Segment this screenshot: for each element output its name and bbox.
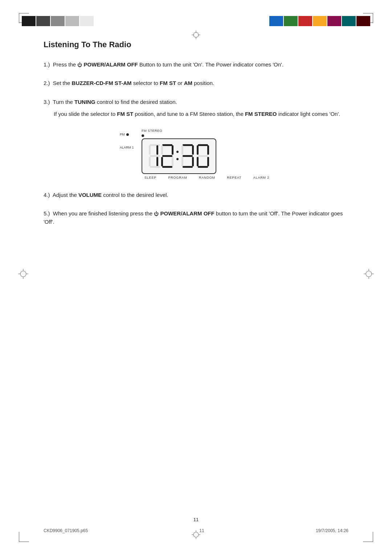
instruction-item-4: 4.) Adjust the VOLUME control to the des… — [44, 191, 348, 199]
pm-dot — [126, 133, 129, 136]
seg-display — [148, 143, 210, 169]
page-title: Listening To The Radio — [44, 40, 348, 49]
crosshair-top-center — [192, 31, 200, 39]
svg-point-5 — [20, 271, 26, 277]
color-blocks-left — [22, 16, 94, 26]
item-number-5: 5.) — [44, 210, 52, 216]
color-block-black2 — [36, 16, 50, 26]
instruction-item-2: 2.) Set the BUZZER-CD-FM ST-AM selector … — [44, 79, 348, 87]
instruction-item-1: 1.) Press the ⏻ POWER/ALARM OFF Button t… — [44, 60, 348, 69]
instruction-list: 1.) Press the ⏻ POWER/ALARM OFF Button t… — [44, 60, 348, 226]
digit-2 — [160, 143, 174, 169]
color-block-gray2 — [65, 16, 79, 26]
label-program: PROGRAM — [168, 175, 187, 181]
display-labels-left: PM ALARM 1 — [120, 132, 142, 150]
instruction-item-5: 5.) When you are finished listening pres… — [44, 209, 348, 226]
colon — [176, 151, 179, 162]
color-blocks-right — [269, 16, 370, 26]
item-number-1: 1.) — [44, 61, 52, 68]
digit-3 — [181, 143, 195, 169]
item-number-2: 2.) — [44, 80, 52, 86]
color-block-cyan — [342, 16, 356, 26]
label-sleep: SLEEP — [144, 175, 156, 181]
crosshair-left — [18, 269, 28, 279]
crosshair-right — [364, 269, 374, 279]
label-alarm2: ALARM 2 — [253, 175, 269, 181]
color-bar — [0, 15, 392, 28]
digit-1 — [148, 143, 159, 169]
pm-label: PM — [120, 132, 142, 137]
sub-note-3: If you slide the selector to FM ST posit… — [54, 110, 348, 118]
color-block-blue — [269, 16, 283, 26]
color-block-black1 — [22, 16, 36, 26]
main-content: Listening To The Radio 1.) Press the ⏻ P… — [44, 40, 348, 236]
fm-stereo-label: FM STEREO — [142, 129, 272, 134]
display-illustration: FM STEREO PM ALARM 1 — [120, 129, 272, 181]
footer: CKD9906_071905.p65 11 19/7/2005, 14:26 — [44, 528, 348, 533]
svg-point-0 — [193, 32, 199, 37]
color-block-green — [284, 16, 298, 26]
color-block-darkred — [356, 16, 370, 26]
color-block-yellow — [313, 16, 327, 26]
alarm1-label: ALARM 1 — [120, 145, 142, 150]
color-block-red — [298, 16, 312, 26]
label-random: RANDOM — [199, 175, 215, 181]
label-repeat: REPEAT — [227, 175, 241, 181]
footer-left: CKD9906_071905.p65 — [44, 528, 88, 533]
footer-center: 11 — [199, 528, 204, 533]
page-number: 11 — [193, 517, 199, 522]
fm-stereo-dot — [142, 134, 144, 137]
svg-point-10 — [366, 271, 372, 277]
display-bottom-labels: SLEEP PROGRAM RANDOM REPEAT ALARM 2 — [142, 174, 272, 181]
corner-mark-br — [363, 532, 373, 542]
color-block-magenta — [327, 16, 341, 26]
instruction-item-3: 3.) Turn the TUNING control to find the … — [44, 98, 348, 118]
digit-4 — [196, 143, 210, 169]
footer-right: 19/7/2005, 14:26 — [316, 528, 348, 533]
lcd-display-box — [142, 138, 216, 174]
item-number-4: 4.) — [44, 192, 52, 198]
item-number-3: 3.) — [44, 99, 52, 105]
color-block-gray1 — [51, 16, 65, 26]
color-block-white — [80, 16, 94, 26]
corner-mark-bl — [19, 532, 29, 542]
display-illustration-item: FM STEREO PM ALARM 1 — [44, 129, 348, 181]
